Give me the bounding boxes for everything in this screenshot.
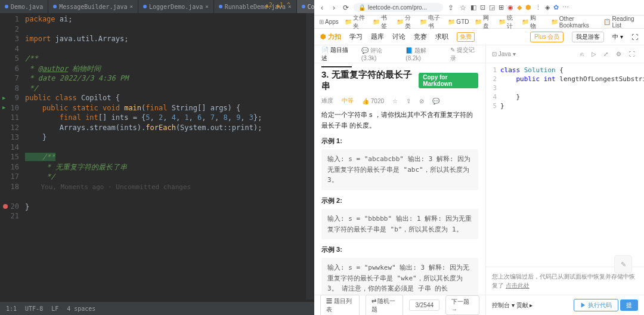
back-icon[interactable]: ‹ <box>318 4 326 12</box>
bookmarks-bar: ⊞Apps 📁文件夹 📁书签 📁分类 📁电子书 📁GTD 📁网盘 📁统计 📁购物… <box>314 16 644 29</box>
bookmark-folder[interactable]: 📁分类 <box>397 14 414 30</box>
apps-icon[interactable]: ⊞Apps <box>319 18 339 25</box>
ext-icon[interactable]: ✿ <box>553 4 559 11</box>
ext-icon[interactable]: ◉ <box>507 4 513 11</box>
bookmark-folder[interactable]: 📁电子书 <box>420 14 442 30</box>
nav-item[interactable]: 学习 <box>349 32 363 41</box>
code-text[interactable]: package ai; import java.util.Arrays; /**… <box>23 13 314 302</box>
problem-content: 3. 无重复字符的最长子串 Copy for Markdown 难度 中等 👍 … <box>314 63 485 295</box>
nav-item[interactable]: 竞赛 <box>414 32 427 41</box>
problem-tabs: 📄 题目描述 💬 评论 (3.3k) 📘 题解 (8.2k) ✎ 提交记录 <box>314 45 485 63</box>
bookmark-folder[interactable]: 📁购物 <box>522 14 539 30</box>
ide-panel: Demo.java MessageBuilder.java× LoggerDem… <box>0 0 314 315</box>
share-icon[interactable]: ⇪ <box>447 4 455 12</box>
code-editor[interactable]: ▶ ▶ 1234567891011121314151617182021 pack… <box>0 13 314 302</box>
line-sep[interactable]: LF <box>51 305 58 312</box>
position-indicator[interactable]: 3/2544 <box>409 299 439 311</box>
ext-icon[interactable]: ⊡ <box>480 4 485 11</box>
example-title: 示例 1: <box>321 137 478 146</box>
expand-icon[interactable]: ⤢ <box>603 51 608 57</box>
problem-panel: 📄 题目描述 💬 评论 (3.3k) 📘 题解 (8.2k) ✎ 提交记录 3.… <box>314 45 486 315</box>
plus-button[interactable]: Plus 会员 <box>530 32 564 42</box>
tab-submissions[interactable]: ✎ 提交记录 <box>450 46 478 63</box>
submit-button[interactable]: 提 <box>620 299 638 311</box>
breakpoint-icon[interactable] <box>3 204 8 209</box>
leetcode-logo[interactable]: ⬢ 力扣 <box>320 32 341 41</box>
encoding[interactable]: UTF-8 <box>25 305 43 312</box>
back-icon[interactable]: ⎌ <box>580 51 584 57</box>
tab-solutions[interactable]: 📘 题解 (8.2k) <box>405 47 441 61</box>
fullscreen-icon[interactable]: ⛶ <box>629 51 635 57</box>
problem-footer: ☰ 题目列表 ⇄ 随机一题 3/2544 下一题 → <box>314 295 485 315</box>
feedback-icon[interactable]: ⊘ <box>419 98 424 104</box>
tab-logger[interactable]: LoggerDemo.java× <box>138 0 214 13</box>
run-gutter-icon[interactable]: ▶ <box>2 93 5 103</box>
tab-copilot[interactable]: Copilot.java× <box>297 0 314 13</box>
share-icon[interactable]: ⇪ <box>406 98 411 104</box>
fullscreen-icon[interactable]: ⛶ <box>631 33 638 41</box>
reading-list[interactable]: 📋Reading List <box>603 16 639 29</box>
browser-panel: ‹ › ⟳ 🔒leetcode-cn.com/pro... ⇪ ☆ ◧ ⊡ ◲ … <box>314 0 644 315</box>
line-gutter: ▶ ▶ 1234567891011121314151617182021 <box>0 13 23 302</box>
ext-icon[interactable]: ◆ <box>517 4 522 11</box>
bookmark-folder[interactable]: 📁书签 <box>373 14 390 30</box>
ext-icon[interactable]: ⬢ <box>525 4 531 11</box>
tab-demo[interactable]: Demo.java <box>0 0 48 13</box>
bookmark-folder[interactable]: 📁网盘 <box>475 14 492 30</box>
feedback-fab[interactable]: ✎ <box>614 255 632 273</box>
run-gutter-icon[interactable]: ▶ <box>2 103 5 113</box>
nav-item[interactable]: 求职 <box>435 32 448 41</box>
ext-icon[interactable]: ⋯ <box>562 4 569 11</box>
anon-button[interactable]: 我是游客 <box>572 32 604 42</box>
solution-editor[interactable]: 12345 class Solution { public int length… <box>486 63 644 267</box>
caret-pos: 1:1 <box>6 305 17 312</box>
lang-select[interactable]: ⊡ Java ▾ <box>492 51 516 57</box>
code-panel: ⊡ Java ▾ ⎌ ▷ ⤢ ⚙ ⛶ 12345 class Solution … <box>486 45 644 315</box>
example-box: 输入: s = "abcabcbb" 输出: 3 解释: 因为无重复字符的最长子… <box>321 149 478 190</box>
tab-comments[interactable]: 💬 评论 (3.3k) <box>361 47 397 61</box>
random-button[interactable]: ⇄ 随机一题 <box>366 295 404 316</box>
list-button[interactable]: ☰ 题目列表 <box>320 295 360 316</box>
nav-item[interactable]: 讨论 <box>392 32 405 41</box>
star-icon[interactable]: ☆ <box>459 4 467 12</box>
run-button[interactable]: ▶ 执行代码 <box>574 299 618 311</box>
settings-icon[interactable]: ⚙ <box>616 51 621 57</box>
url-field[interactable]: 🔒leetcode-cn.com/pro... <box>354 3 443 12</box>
star-icon[interactable]: ☆ <box>392 98 398 104</box>
ext-icon[interactable]: ◧ <box>470 4 476 11</box>
next-button[interactable]: 下一题 → <box>445 295 479 315</box>
example-title: 示例 2: <box>321 196 478 205</box>
ext-icon[interactable]: ◲ <box>489 4 495 11</box>
problem-title: 3. 无重复字符的最长子串 <box>321 69 413 92</box>
difficulty-value: 中等 <box>342 97 354 105</box>
problem-desc: 给定一个字符串 s ，请你找出其中不含有重复字符的 最长子串 的长度。 <box>321 110 478 131</box>
leetcode-topnav: ⬢ 力扣 学习 题库 讨论 竞赛 求职 免费 Plus 会员 我是游客 中 ▾ … <box>314 29 644 45</box>
chat-icon[interactable]: 💬 <box>432 98 439 104</box>
nav-item[interactable]: 题库 <box>371 32 384 41</box>
free-badge: 免费 <box>457 32 475 42</box>
bookmark-folder[interactable]: 📁文件夹 <box>345 14 367 30</box>
difficulty-label: 难度 <box>321 97 333 105</box>
minimap[interactable] <box>306 13 314 299</box>
example-title: 示例 3: <box>321 245 478 254</box>
bookmark-folder[interactable]: 📁GTD <box>448 18 469 25</box>
lock-icon: 🔒 <box>358 4 366 11</box>
ext-icon[interactable]: ◈ <box>545 4 550 11</box>
restore-link[interactable]: 点击此处 <box>506 282 530 289</box>
ext-icon[interactable]: ⊞ <box>499 4 504 11</box>
reload-icon[interactable]: ⟳ <box>342 4 350 12</box>
indent[interactable]: 4 spaces <box>67 305 95 312</box>
example-box: 输入: s = "pwwkew" 输出: 3 解释: 因为无重复字符的最长子串是… <box>321 258 478 295</box>
other-bookmarks[interactable]: 📁Other Bookmarks <box>551 16 598 29</box>
lang-switch[interactable]: 中 ▾ <box>612 33 623 41</box>
like-icon[interactable]: 👍 7020 <box>362 98 384 104</box>
bookmark-folder[interactable]: 📁统计 <box>499 14 516 30</box>
ext-icon[interactable]: ⋮ <box>535 4 541 11</box>
ide-statusbar: 1:1 UTF-8 LF 4 spaces <box>0 302 314 315</box>
tab-msgbuilder[interactable]: MessageBuilder.java× <box>48 0 138 13</box>
forward-icon[interactable]: › <box>330 4 338 12</box>
copy-button[interactable]: Copy for Markdown <box>419 73 478 88</box>
bookmark-icon[interactable]: ▷ <box>592 51 596 57</box>
console-toggle[interactable]: 控制台 ▾ 贡献 ▸ <box>492 301 532 310</box>
warnings-indicator[interactable]: ▲2 ▲1 ^ <box>265 2 290 8</box>
